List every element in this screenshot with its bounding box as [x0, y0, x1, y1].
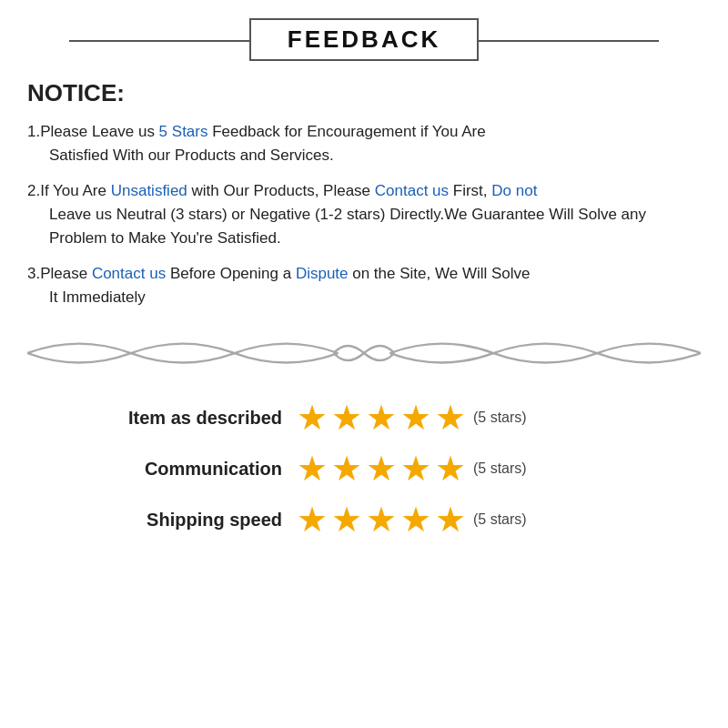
- star-5: ★: [435, 451, 466, 486]
- notice-item-1-line2: Satisfied With our Products and Services…: [27, 144, 701, 167]
- notice-item-2-text: 2.If You Are Unsatisfied with Our Produc…: [27, 182, 701, 251]
- rating-count-shipping: (5 stars): [473, 511, 527, 528]
- feedback-title: FEEDBACK: [288, 25, 440, 53]
- notice-section: NOTICE: 1.Please Leave us 5 Stars Feedba…: [27, 79, 701, 309]
- stars-communication: ★ ★ ★ ★ ★: [297, 451, 466, 486]
- rating-row-communication: Communication ★ ★ ★ ★ ★ (5 stars): [64, 451, 701, 486]
- page: FEEDBACK NOTICE: 1.Please Leave us 5 Sta…: [0, 0, 728, 728]
- rating-count-item-described: (5 stars): [473, 410, 527, 426]
- notice-item-1: 1.Please Leave us 5 Stars Feedback for E…: [27, 120, 701, 168]
- notice-item-1-text: 1.Please Leave us 5 Stars Feedback for E…: [27, 123, 701, 168]
- notice-title: NOTICE:: [27, 79, 701, 107]
- feedback-title-box: FEEDBACK: [249, 18, 479, 61]
- rating-label-communication: Communication: [64, 459, 282, 480]
- star-2: ★: [331, 502, 362, 537]
- dispute-highlight: Dispute: [296, 265, 349, 282]
- star-3: ★: [366, 400, 397, 435]
- notice-list: 1.Please Leave us 5 Stars Feedback for E…: [27, 120, 701, 309]
- star-3: ★: [366, 451, 397, 486]
- star-2: ★: [331, 400, 362, 435]
- rating-count-communication: (5 stars): [473, 460, 527, 477]
- notice-item-3-line2: It Immediately: [27, 286, 701, 309]
- star-1: ★: [297, 451, 328, 486]
- five-stars-highlight: 5 Stars: [159, 123, 208, 140]
- notice-item-3-text: 3.Please Contact us Before Opening a Dis…: [27, 265, 701, 310]
- feedback-header: FEEDBACK: [27, 18, 701, 61]
- rating-row-item-described: Item as described ★ ★ ★ ★ ★ (5 stars): [64, 400, 701, 435]
- divider-svg: [27, 329, 701, 379]
- star-4: ★: [400, 502, 431, 537]
- notice-item-2: 2.If You Are Unsatisfied with Our Produc…: [27, 179, 701, 251]
- contact-us-highlight-1: Contact us: [375, 182, 449, 199]
- ratings-section: Item as described ★ ★ ★ ★ ★ (5 stars) Co…: [27, 400, 701, 537]
- unsatisfied-highlight: Unsatisfied: [111, 182, 187, 199]
- do-not-highlight: Do not: [491, 182, 537, 199]
- star-1: ★: [297, 400, 328, 435]
- star-3: ★: [366, 502, 397, 537]
- star-2: ★: [331, 451, 362, 486]
- notice-item-2-line2: Leave us Neutral (3 stars) or Negative (…: [27, 203, 701, 251]
- star-4: ★: [400, 451, 431, 486]
- decorative-divider: [27, 326, 701, 380]
- rating-row-shipping: Shipping speed ★ ★ ★ ★ ★ (5 stars): [64, 502, 701, 537]
- star-5: ★: [435, 400, 466, 435]
- rating-label-shipping: Shipping speed: [64, 510, 282, 531]
- rating-label-item-described: Item as described: [64, 408, 282, 429]
- stars-shipping: ★ ★ ★ ★ ★: [297, 502, 466, 537]
- star-4: ★: [400, 400, 431, 435]
- stars-item-described: ★ ★ ★ ★ ★: [297, 400, 466, 435]
- star-1: ★: [297, 502, 328, 537]
- contact-us-highlight-2: Contact us: [92, 265, 166, 282]
- star-5: ★: [435, 502, 466, 537]
- notice-item-3: 3.Please Contact us Before Opening a Dis…: [27, 262, 701, 310]
